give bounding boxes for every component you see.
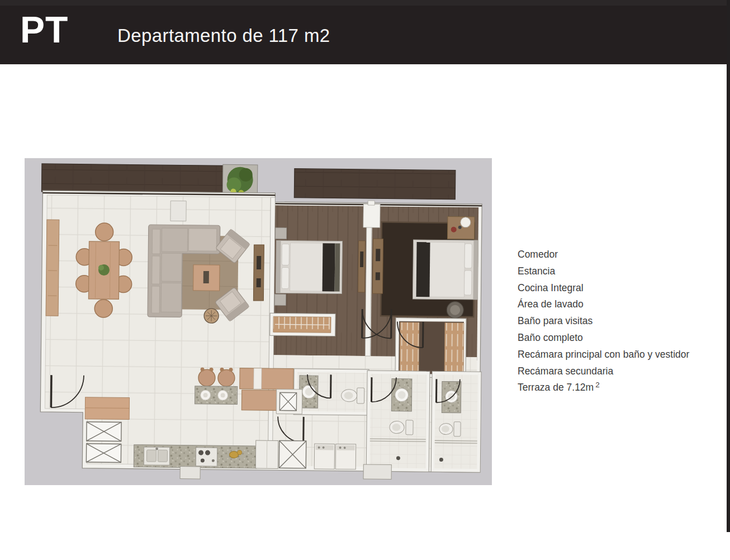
coffee-table-decor <box>203 271 209 283</box>
vestidor <box>395 318 466 378</box>
console-table <box>373 239 383 293</box>
stove <box>196 448 217 466</box>
pt-logo: PT <box>20 11 68 48</box>
feature-item: Baño para visitas <box>518 313 689 330</box>
feature-list: Comedor Estancia Cocina Integral Área de… <box>518 246 689 396</box>
tv-console <box>170 201 186 221</box>
credenza <box>46 220 59 316</box>
nightstand <box>276 227 287 239</box>
bathroom-visitas <box>293 369 369 415</box>
header-top-strip <box>0 0 730 6</box>
lamp <box>461 217 471 227</box>
console-table <box>253 245 264 301</box>
kitchen-island <box>239 368 302 414</box>
pot-gold <box>229 451 238 458</box>
wardrobe <box>444 322 464 373</box>
laundry-area <box>279 440 356 469</box>
feature-item-terraza: Terraza de 7.12m2 <box>518 379 689 396</box>
bathroom-principal <box>431 371 481 472</box>
bedroom-principal <box>372 216 478 319</box>
wall-block <box>180 467 200 479</box>
kitchen-sink <box>144 447 169 465</box>
nightstand <box>274 294 286 305</box>
terraza-text: Terraza de 7.12m <box>518 382 594 393</box>
feature-item: Recámara secundaria <box>518 363 689 380</box>
feature-item: Estancia <box>518 263 689 280</box>
dining-chair <box>94 300 112 317</box>
feature-item: Baño completo <box>518 330 689 347</box>
wall-stub <box>363 204 380 227</box>
feature-item: Cocina Integral <box>518 280 689 297</box>
dryer <box>335 444 355 469</box>
wall-stub-notch <box>368 201 375 205</box>
bar-stool <box>198 369 215 386</box>
bar-stool <box>218 369 235 386</box>
wall-block <box>363 464 391 480</box>
entry-door-leaf <box>51 375 51 407</box>
washer <box>314 444 334 469</box>
right-edge-strip <box>727 0 730 532</box>
dining-chair <box>95 223 113 241</box>
feature-item: Recámara principal con baño y vestidor <box>518 347 689 363</box>
bathroom-completo <box>366 371 430 472</box>
terraza-superscript: 2 <box>595 381 600 389</box>
feature-item: Comedor <box>518 246 689 263</box>
slide-header: PT Departamento de 117 m2 <box>0 0 730 64</box>
feature-item: Área de lavado <box>518 296 689 313</box>
wardrobe <box>400 322 419 373</box>
page-title: Departamento de 117 m2 <box>117 26 330 45</box>
floor-plan <box>25 158 492 485</box>
